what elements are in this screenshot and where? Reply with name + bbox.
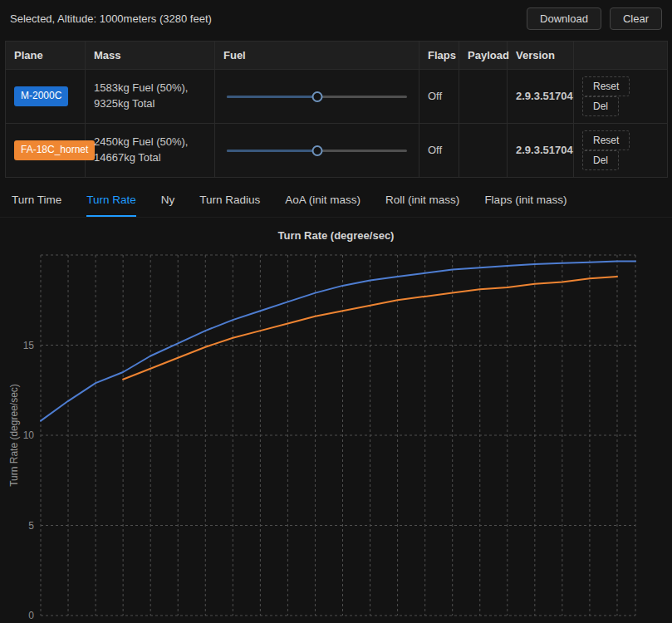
del-button[interactable]: Del	[582, 96, 619, 116]
tab-aoa-init-mass[interactable]: AoA (init mass)	[285, 184, 361, 217]
plane-cell: FA-18C_hornet	[6, 124, 86, 178]
mass-cell: 1583kg Fuel (50%), 9325kg Total	[86, 70, 215, 124]
tab-ny[interactable]: Ny	[161, 184, 175, 217]
plane-cell: M-2000C	[6, 70, 86, 124]
svg-text:Turn Rate (degree/sec): Turn Rate (degree/sec)	[8, 384, 20, 487]
reset-button[interactable]: Reset	[582, 76, 630, 96]
mass-cell: 2450kg Fuel (50%), 14667kg Total	[86, 124, 215, 178]
selected-altitude-text: Selected, Altitude: 1000meters (3280 fee…	[10, 12, 212, 25]
header-actions	[574, 42, 668, 70]
flaps-cell: Off	[419, 124, 459, 178]
reset-button[interactable]: Reset	[582, 130, 630, 150]
topbar: Selected, Altitude: 1000meters (3280 fee…	[0, 0, 672, 37]
header-version: Version	[508, 42, 574, 70]
chart-title: Turn Rate (degree/sec)	[0, 229, 672, 242]
svg-text:0: 0	[28, 610, 34, 621]
actions-cell: Reset Del	[574, 124, 668, 178]
header-plane: Plane	[6, 42, 86, 70]
payload-cell	[459, 124, 508, 178]
tab-flaps-init-mass[interactable]: Flaps (init mass)	[484, 184, 567, 217]
version-cell: 2.9.3.51704	[508, 70, 574, 124]
tab-turn-rate[interactable]: Turn Rate	[86, 184, 136, 217]
fuel-slider[interactable]	[227, 145, 407, 156]
fuel-cell	[215, 124, 419, 178]
svg-text:10: 10	[23, 429, 35, 441]
clear-button[interactable]: Clear	[610, 7, 662, 30]
header-payload: Payload	[459, 42, 508, 70]
download-button[interactable]: Download	[527, 7, 601, 30]
version-cell: 2.9.3.51704	[508, 124, 574, 178]
actions-cell: Reset Del	[574, 70, 668, 124]
chart-section: Turn Rate (degree/sec) 10512013515016518…	[0, 218, 672, 623]
table-row: M-2000C 1583kg Fuel (50%), 9325kg Total …	[6, 70, 668, 124]
header-fuel: Fuel	[215, 42, 419, 70]
header-mass: Mass	[86, 42, 215, 70]
del-button[interactable]: Del	[582, 150, 619, 170]
svg-text:15: 15	[23, 340, 35, 351]
tab-roll-init-mass[interactable]: Roll (init mass)	[385, 184, 459, 217]
fuel-slider-track	[227, 96, 317, 98]
turn-rate-chart: 1051201351501651801952102252402552702853…	[6, 243, 666, 623]
chart-tabs: Turn Time Turn Rate Ny Turn Radius AoA (…	[0, 184, 672, 218]
svg-text:5: 5	[28, 520, 34, 532]
table-header-row: Plane Mass Fuel Flaps Payload Version	[6, 42, 668, 70]
flaps-cell: Off	[419, 70, 459, 124]
plane-badge[interactable]: M-2000C	[14, 86, 68, 105]
tab-turn-time[interactable]: Turn Time	[12, 184, 61, 217]
payload-cell	[459, 70, 508, 124]
tab-turn-radius[interactable]: Turn Radius	[199, 184, 260, 217]
fuel-slider-handle[interactable]	[311, 145, 322, 156]
fuel-slider-track	[227, 150, 317, 152]
table-row: FA-18C_hornet 2450kg Fuel (50%), 14667kg…	[6, 124, 668, 178]
fuel-slider[interactable]	[227, 91, 407, 102]
fuel-cell	[215, 70, 419, 124]
plane-badge[interactable]: FA-18C_hornet	[14, 140, 95, 159]
planes-table: Plane Mass Fuel Flaps Payload Version M-…	[5, 41, 668, 178]
fuel-slider-handle[interactable]	[311, 91, 322, 102]
topbar-actions: Download Clear	[527, 7, 662, 30]
header-flaps: Flaps	[419, 42, 459, 70]
